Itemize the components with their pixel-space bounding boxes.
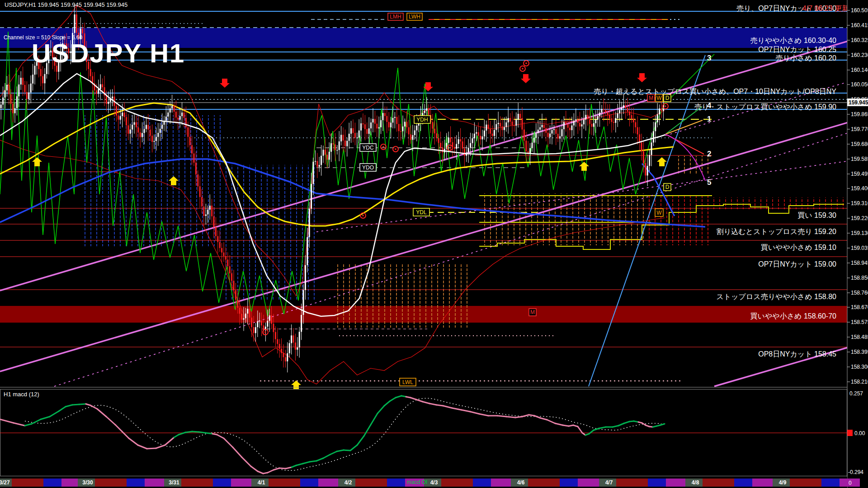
macd-line <box>534 416 540 418</box>
marker-box-d[interactable]: D <box>664 183 671 191</box>
channel-info-label: Channel size = 510 Slope = 6.60 <box>4 34 82 41</box>
macd-line <box>86 404 90 405</box>
macd-line <box>72 404 79 405</box>
marker-box-ydc[interactable]: YDC <box>360 144 376 151</box>
marker-box-w[interactable]: W <box>656 94 663 102</box>
macd-zero-marker <box>847 430 853 436</box>
date-label[interactable]: 3/31 <box>169 479 179 486</box>
svg-text:LWH: LWH <box>409 14 420 20</box>
price-tick-label: 158.760 <box>851 290 868 296</box>
macd-line <box>540 418 547 420</box>
macd-line <box>330 451 337 455</box>
order-note-label: OP8日NYカット 158.45 <box>758 350 836 358</box>
price-tick-label: 160.050 <box>851 81 868 88</box>
macd-line <box>569 425 573 426</box>
macd-line <box>0 419 14 423</box>
svg-text:YDO: YDO <box>362 164 374 171</box>
price-tick-label: 158.575 <box>851 319 868 325</box>
macd-line <box>165 437 174 445</box>
price-tick-label: 158.945 <box>851 260 868 266</box>
macd-line <box>578 427 582 433</box>
marker-box-ydh[interactable]: YDH <box>414 116 430 123</box>
macd-line <box>286 467 292 469</box>
svg-text:D: D <box>665 95 670 101</box>
marker-box-m[interactable]: M <box>529 309 536 316</box>
date-label[interactable]: 4/3 <box>430 479 438 486</box>
macd-line <box>357 436 364 445</box>
plot-area[interactable]: 12345LMHLWHYDHYDCYDOYDLLWLMWDDWM <box>0 5 868 476</box>
marker-box-d[interactable]: D <box>664 94 671 102</box>
macd-line <box>390 398 396 401</box>
macd-line <box>589 430 594 434</box>
fan-line <box>665 120 703 134</box>
macd-line <box>618 423 624 426</box>
macd-line <box>337 450 344 451</box>
ichimoku-hatch <box>646 196 710 245</box>
macd-line <box>470 412 479 414</box>
macd-line <box>292 465 296 467</box>
sell-arrow-icon <box>521 74 531 83</box>
macd-line <box>25 424 32 426</box>
marker-box-ydl[interactable]: YDL <box>413 208 429 216</box>
marker-box-w[interactable]: W <box>655 209 663 216</box>
macd-signal-line <box>25 398 661 470</box>
date-label[interactable]: 3/27 <box>0 479 10 486</box>
macd-line <box>660 424 665 425</box>
svg-text:LWL: LWL <box>402 379 413 385</box>
date-label[interactable]: 3/30 <box>82 479 93 486</box>
macd-scale-zero: 0.00 <box>854 430 865 436</box>
date-label[interactable]: 4/6 <box>517 479 525 486</box>
macd-line <box>563 425 569 426</box>
svg-text:YDL: YDL <box>416 209 427 216</box>
date-label[interactable]: 4/2 <box>344 479 352 486</box>
date-label[interactable]: 4/1 <box>258 479 265 486</box>
macd-line <box>515 417 522 418</box>
order-note-label: 売り・超えるとストップロス買い小さめ、OP7・10日NYカット/OP8日NY <box>594 88 836 95</box>
macd-line <box>90 405 97 409</box>
macd-line <box>323 455 330 458</box>
svg-text:D: D <box>665 184 670 190</box>
date-label[interactable]: 4/7 <box>605 479 613 486</box>
price-tick-label: 159.310 <box>851 200 868 206</box>
macd-line <box>199 432 206 433</box>
axis-strip <box>847 0 868 488</box>
marker-box-m[interactable]: M <box>647 94 655 102</box>
ichimoku-hatch <box>84 115 222 246</box>
date-axis[interactable]: 3/273/303/314/14/24/34/64/74/84/9 <box>0 477 860 488</box>
order-note-label: OP7日NYカット 159.00 <box>758 260 836 268</box>
price-tick-label: 159.130 <box>851 230 868 236</box>
symbol-ohlc-line: USDJPY,H1 159.945 159.945 159.945 159.94… <box>5 1 127 8</box>
macd-line <box>122 432 129 438</box>
price-tick-label: 158.485 <box>851 334 868 340</box>
macd-line <box>406 397 410 398</box>
buy-arrow-icon <box>291 380 301 389</box>
date-axis-zero: 0 <box>849 480 852 486</box>
macd-line <box>423 402 429 404</box>
order-note-label: 売り・ストップロス買いやや小さめ 159.90 <box>694 103 836 111</box>
price-tick-label: 160.230 <box>851 52 868 58</box>
marker-box-ydo[interactable]: YDO <box>360 164 376 171</box>
macd-line <box>624 422 629 423</box>
macd-line <box>224 438 233 447</box>
macd-line <box>274 468 279 470</box>
macd-line <box>59 407 66 411</box>
price-tick-label: 158.670 <box>851 304 868 310</box>
current-price-label: 159.945 <box>849 99 868 106</box>
macd-pane-label: H1 macd (12) <box>4 391 39 398</box>
svg-text:LMH: LMH <box>390 14 401 20</box>
watermark-title: USDJPY H1 <box>32 38 185 68</box>
marker-box-lmh[interactable]: LMH <box>388 13 403 20</box>
buy-arrow-icon <box>657 157 667 166</box>
marker-box-lwl[interactable]: LWL <box>400 378 416 386</box>
date-label[interactable]: 4/9 <box>779 479 787 486</box>
macd-note-label: macd OI <box>407 479 427 485</box>
price-tick-label: 158.300 <box>851 364 868 370</box>
order-note-label: 買いやや小さめ 159.10 <box>761 244 836 251</box>
date-label[interactable]: 4/8 <box>692 479 699 486</box>
macd-line <box>147 448 156 449</box>
macd-line <box>14 423 25 426</box>
macd-line <box>268 470 274 473</box>
channel-line[interactable] <box>714 342 868 386</box>
macd-line <box>303 462 310 464</box>
marker-box-lwh[interactable]: LWH <box>407 13 422 20</box>
